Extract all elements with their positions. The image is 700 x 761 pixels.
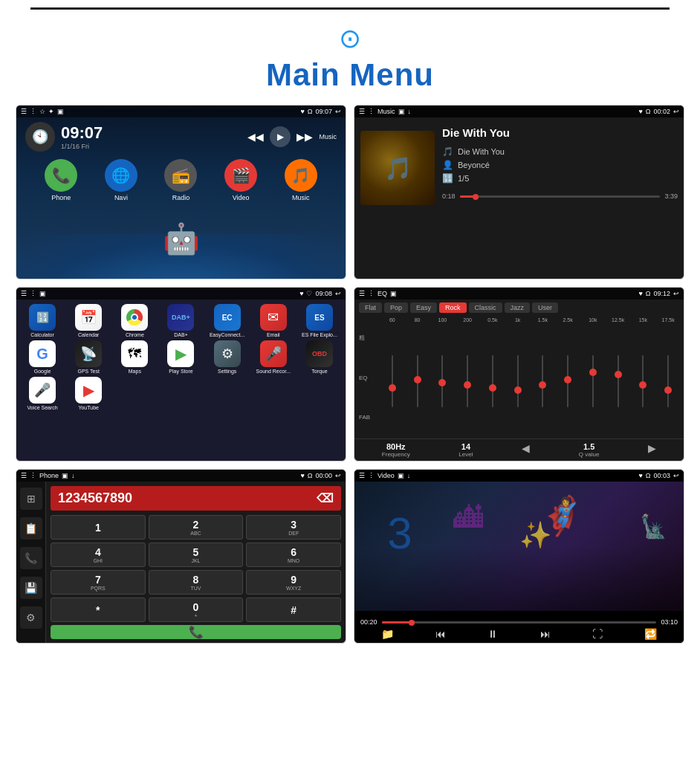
phone-key-8[interactable]: 8 TUV <box>149 570 244 595</box>
eq-tab-jazz[interactable]: Jazz <box>505 302 531 313</box>
phone-key-6[interactable]: 6 MNO <box>246 543 341 567</box>
phone-backspace-btn[interactable]: ⌫ <box>317 491 334 505</box>
calculator-icon: 🔢 <box>29 304 56 331</box>
video-next-btn[interactable]: ⏭ <box>540 628 551 640</box>
video-time-current: 00:20 <box>360 618 377 626</box>
eq-slider-12p5k[interactable] <box>608 352 629 411</box>
home-next-btn[interactable]: ▶▶ <box>296 131 313 143</box>
video-repeat-btn[interactable]: 🔁 <box>644 628 657 640</box>
video-prev-btn[interactable]: ⏮ <box>435 628 446 640</box>
phone-key-1[interactable]: 1 <box>51 515 146 540</box>
app-voice-search[interactable]: 🎤 Voice Search <box>21 377 64 410</box>
es-file-label: ES File Explo... <box>302 332 337 337</box>
eq-status-right: ♥Ω 09:12 ↩ <box>638 290 679 297</box>
gps-test-label: GPS Test <box>77 369 99 374</box>
app-calendar[interactable]: 📅 Calendar <box>67 304 110 337</box>
music-song-name: Die With You <box>458 147 505 156</box>
home-prev-btn[interactable]: ◀◀ <box>247 131 264 143</box>
music-track: 1/5 <box>458 174 469 183</box>
music-progress-bar: 0:18 3:39 <box>442 192 678 200</box>
video-fullscreen-btn[interactable]: ⛶ <box>592 628 603 640</box>
phone-favorites-btn[interactable]: 💾 <box>20 577 42 599</box>
eq-slider-200[interactable] <box>457 352 478 411</box>
eq-slider-15k[interactable] <box>632 352 653 411</box>
eq-slider-2p5k[interactable] <box>557 352 578 411</box>
eq-slider-100[interactable] <box>432 352 453 411</box>
page-title: Main Menu <box>266 57 434 93</box>
app-torque[interactable]: OBD Torque <box>298 340 341 374</box>
eq-area: 粗 EQ FAB 60 80 100 200 0.5k 1k 1.5k 2.5k… <box>354 316 684 438</box>
eq-slider-10k[interactable] <box>583 352 603 411</box>
eq-tab-rock[interactable]: Rock <box>439 302 467 313</box>
phone-call-btn[interactable]: 📞 <box>51 625 341 639</box>
torque-label: Torque <box>311 369 327 374</box>
eq-tab-pop[interactable]: Pop <box>384 302 408 313</box>
phone-key-star[interactable]: * <box>51 598 146 622</box>
eq-label-graphic: 粗 <box>359 334 378 342</box>
phone-keypad-btn[interactable]: ⊞ <box>20 488 42 510</box>
panel-home: ☰⋮☆✦▣ ♥Ω 09:07 ↩ 🕙 09:07 1/1/16 Fri ◀◀ <box>16 105 346 279</box>
home-clock-time: 09:07 <box>61 123 103 143</box>
app-sound-recorder[interactable]: 🎤 Sound Recor... <box>252 340 295 374</box>
home-icon-video[interactable]: 🎬 Video <box>224 159 257 201</box>
phone-recent-btn[interactable]: 📞 <box>20 547 42 569</box>
eq-nav-right[interactable]: ▶ <box>648 442 656 458</box>
eq-bars-container: 60 80 100 200 0.5k 1k 1.5k 2.5k 10k 12.5… <box>380 316 681 438</box>
eq-tab-classic[interactable]: Classic <box>469 302 502 313</box>
phone-key-hash[interactable]: # <box>246 598 341 622</box>
app-calculator[interactable]: 🔢 Calculator <box>21 304 64 337</box>
phone-status-bar: ☰⋮Phone▣↓ ♥Ω 00:00 ↩ <box>16 470 346 482</box>
phone-key-9[interactable]: 9 WXYZ <box>246 570 341 595</box>
eq-slider-80[interactable] <box>407 352 428 411</box>
eq-slider-60[interactable] <box>382 352 403 411</box>
app-email[interactable]: ✉ Email <box>252 304 295 337</box>
app-play-store[interactable]: ▶ Play Store <box>159 340 202 374</box>
eq-frequency-label: Frequency <box>382 451 410 458</box>
music-track-row: 🔢 1/5 <box>442 173 678 184</box>
video-folder-btn[interactable]: 📁 <box>381 628 394 640</box>
eq-slider-17p5k[interactable] <box>658 352 678 411</box>
phone-key-4[interactable]: 4 GHI <box>51 543 146 567</box>
home-icon-phone[interactable]: 📞 Phone <box>45 159 77 201</box>
app-maps[interactable]: 🗺 Maps <box>113 340 156 374</box>
home-play-btn[interactable]: ▶ <box>270 126 291 147</box>
eq-sliders <box>380 324 681 438</box>
eq-tab-flat[interactable]: Flat <box>359 302 382 313</box>
video-progress-bar: 00:20 03:10 <box>360 618 678 626</box>
phone-key-7[interactable]: 7 PQRS <box>51 570 146 595</box>
app-settings[interactable]: ⚙ Settings <box>206 340 249 374</box>
home-icon-radio[interactable]: 📻 Radio <box>164 159 197 201</box>
eq-slider-1p5k[interactable] <box>532 352 553 411</box>
home-icon-music[interactable]: 🎵 Music <box>285 159 317 201</box>
music-status-left: ☰⋮Music▣↓ <box>359 108 411 115</box>
video-pause-btn[interactable]: ⏸ <box>487 628 498 640</box>
home-icon-navi[interactable]: 🌐 Navi <box>105 159 137 201</box>
eq-tab-user[interactable]: User <box>532 302 558 313</box>
home-status-bar: ☰⋮☆✦▣ ♥Ω 09:07 ↩ <box>16 106 346 117</box>
eq-slider-500[interactable] <box>482 352 503 411</box>
app-easyconnect[interactable]: EC EasyConnect... <box>206 304 249 337</box>
phone-sidebar: ⊞ 📋 📞 💾 ⚙ <box>16 482 46 643</box>
phone-status-right: ♥Ω 00:00 ↩ <box>300 472 341 479</box>
app-es-file[interactable]: ES ES File Explo... <box>298 304 341 337</box>
eq-nav-left[interactable]: ◀ <box>522 442 530 458</box>
phone-key-2[interactable]: 2 ABC <box>149 515 244 540</box>
home-music-controls[interactable]: ◀◀ ▶ ▶▶ Music <box>247 126 337 147</box>
video-status-bar: ☰⋮Video▣↓ ♥Ω 00:03 ↩ <box>354 470 684 482</box>
app-google[interactable]: G Google <box>21 340 64 374</box>
play-store-icon: ▶ <box>167 340 194 367</box>
eq-slider-1k[interactable] <box>508 352 528 411</box>
phone-contacts-btn[interactable]: 📋 <box>20 517 42 540</box>
app-dab[interactable]: DAB+ DAB+ <box>159 304 202 337</box>
phone-key-0[interactable]: 0 + <box>149 598 244 622</box>
home-icons-row: 📞 Phone 🌐 Navi 📻 Radio 🎬 Video 🎵 <box>16 159 346 201</box>
app-chrome[interactable]: Chrome <box>113 304 156 337</box>
app-gps-test[interactable]: 📡 GPS Test <box>67 340 110 374</box>
phone-settings-btn[interactable]: ⚙ <box>20 606 42 629</box>
phone-key-5[interactable]: 5 JKL <box>149 543 244 567</box>
eq-tab-easy[interactable]: Easy <box>410 302 437 313</box>
phone-key-3[interactable]: 3 DEF <box>246 515 341 540</box>
sound-recorder-icon: 🎤 <box>260 340 287 367</box>
app-youtube[interactable]: ▶ YouTube <box>67 377 110 410</box>
apps-status-bar: ☰⋮▣ ♥♡ 09:08 ↩ <box>16 288 346 299</box>
